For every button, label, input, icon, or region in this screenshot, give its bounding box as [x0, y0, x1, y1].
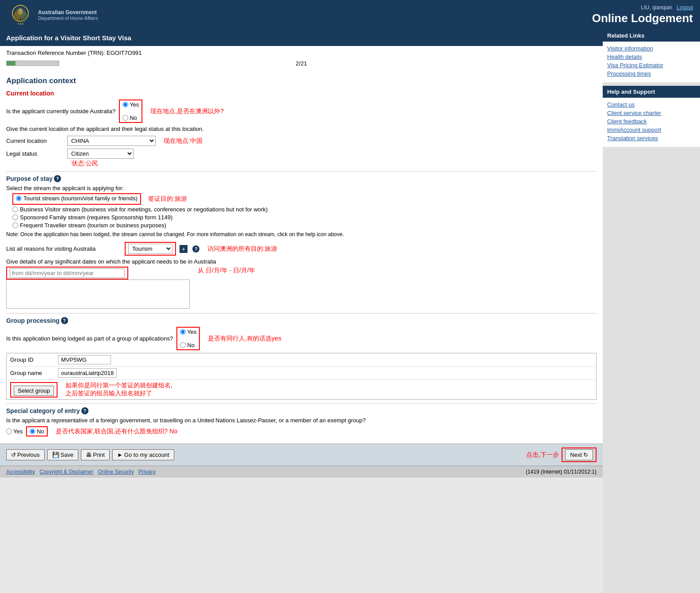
- business-option-row[interactable]: Business Visitor stream (business visit …: [12, 206, 597, 213]
- no-radio[interactable]: [122, 115, 128, 121]
- dates-input-box: [6, 267, 128, 279]
- yes-radio[interactable]: [122, 102, 128, 107]
- sidebar-item-visitor-info[interactable]: Visitor information: [607, 45, 696, 52]
- annotation-next: 点击,下一步: [526, 451, 559, 459]
- group-id-label: Group ID: [10, 356, 54, 363]
- group-id-value: MVP5WG: [58, 355, 111, 364]
- header-title: Online Lodgement: [592, 11, 693, 25]
- purpose-of-stay-section: Purpose of stay ? Select the stream the …: [6, 175, 597, 309]
- stream-question: Select the stream the applicant is apply…: [6, 185, 597, 191]
- page-wrapper: Application for a Visitor Short Stay Vis…: [0, 30, 700, 593]
- trn-section: Transaction Reference Number (TRN): EGOI…: [0, 46, 603, 70]
- dates-input[interactable]: [10, 268, 125, 278]
- sidebar-item-processing-times[interactable]: Processing times: [607, 70, 696, 77]
- special-no-option[interactable]: No: [30, 428, 44, 435]
- frequent-radio[interactable]: [12, 222, 18, 228]
- special-radio-row: Yes No 是否代表国家,联合国,还有什么豁免组织? No: [6, 426, 597, 436]
- add-reason-button[interactable]: +: [180, 245, 187, 253]
- reasons-help-icon[interactable]: ?: [192, 245, 199, 253]
- special-no-radio[interactable]: [30, 428, 35, 434]
- yes-option[interactable]: Yes: [122, 101, 139, 108]
- sidebar-item-immi-support[interactable]: ImmiAccount support: [607, 126, 696, 133]
- legal-status-select[interactable]: Citizen: [67, 149, 134, 159]
- footer-links: Accessibility Copyright & Disclaimer Onl…: [6, 469, 156, 475]
- business-radio[interactable]: [12, 207, 18, 212]
- special-help-icon[interactable]: ?: [81, 407, 88, 414]
- tourist-radio[interactable]: [16, 195, 22, 201]
- print-button[interactable]: 🖶 Print: [81, 449, 110, 460]
- stream-options: Tourist stream (tourism/visit family or …: [12, 193, 597, 229]
- annotation-dates: 从 日/月/年 - 日/月/年: [198, 267, 255, 275]
- tourism-select[interactable]: Tourism: [128, 244, 172, 254]
- bottom-nav: ↺ Previous 💾 Save 🖶 Print ► Go to my acc…: [0, 444, 603, 466]
- outside-australia-radio-group: Yes No: [119, 99, 142, 123]
- current-location-section: Current location Is the applicant curren…: [6, 90, 597, 168]
- special-yes-radio[interactable]: [6, 428, 12, 434]
- logo-image: ★★★: [7, 3, 34, 27]
- dates-box: [6, 267, 190, 309]
- legal-status-label: Legal status: [6, 150, 64, 157]
- group-yes-option[interactable]: Yes: [180, 329, 196, 335]
- annotation-group: 是否有同行人,有的话选yes: [208, 335, 281, 343]
- group-no-option[interactable]: No: [180, 342, 196, 348]
- purpose-help-icon[interactable]: ?: [54, 175, 61, 182]
- purpose-heading: Purpose of stay ?: [6, 175, 597, 182]
- previous-button[interactable]: ↺ Previous: [6, 449, 45, 460]
- visit-reasons-row: List all reasons for visiting Australia …: [6, 242, 597, 256]
- stream-note: Note: Once the application has been lodg…: [6, 231, 597, 237]
- group-name-label: Group name: [10, 370, 54, 376]
- annotation-china: 现在地点:中国: [164, 137, 203, 145]
- sponsored-radio[interactable]: [12, 214, 18, 220]
- sidebar-item-contact-us[interactable]: Contact us: [607, 101, 696, 108]
- app-bar: Application for a Visitor Short Stay Vis…: [0, 30, 603, 46]
- main-content: Application for a Visitor Short Stay Vis…: [0, 30, 603, 593]
- save-button[interactable]: 💾 Save: [47, 449, 79, 460]
- group-question: Is this application being lodged as part…: [6, 335, 173, 342]
- dates-textarea[interactable]: [6, 279, 190, 309]
- related-links-list: Visitor information Health details Visa …: [603, 42, 700, 82]
- no-option[interactable]: No: [122, 115, 139, 121]
- stream-tourist-row: Tourist stream (tourism/visit family or …: [12, 193, 597, 205]
- username: LIU, qianqian: [641, 4, 673, 11]
- privacy-link[interactable]: Privacy: [138, 469, 156, 475]
- frequent-option-row[interactable]: Frequent Traveller stream (tourism or bu…: [12, 222, 597, 229]
- copyright-link[interactable]: Copyright & Disclaimer: [39, 469, 93, 475]
- sidebar-item-visa-pricing[interactable]: Visa Pricing Estimator: [607, 62, 696, 69]
- group-heading: Group processing ?: [6, 317, 597, 324]
- next-section: 点击,下一步 Next ↻: [522, 448, 597, 462]
- sidebar-item-client-service[interactable]: Client service charter: [607, 110, 696, 116]
- annotation-special: 是否代表国家,联合国,还有什么豁免组织? No: [56, 428, 177, 436]
- arrow-icon: ►: [117, 451, 123, 458]
- goto-account-button[interactable]: ► Go to my account: [112, 449, 174, 460]
- progress-bar-outer: [6, 61, 59, 66]
- logout-link[interactable]: Logout: [677, 4, 693, 11]
- header-logo: ★★★ Australian Government Department of …: [7, 3, 98, 27]
- header-logo-text: Australian Government Department of Home…: [38, 9, 98, 21]
- next-button[interactable]: Next ↻: [565, 449, 593, 460]
- online-security-link[interactable]: Online Security: [98, 469, 134, 475]
- annotation-stream: 签证目的:旅游: [148, 195, 187, 203]
- sidebar-item-translation[interactable]: Translation services: [607, 135, 696, 142]
- sidebar-item-health-details[interactable]: Health details: [607, 54, 696, 60]
- select-group-box: Select group: [10, 382, 57, 398]
- select-group-button[interactable]: Select group: [14, 386, 54, 396]
- outside-australia-row: Is the applicant currently outside Austr…: [6, 99, 597, 123]
- dates-row: 从 日/月/年 - 日/月/年: [6, 267, 597, 309]
- annotation-select-group: 如果你是同行第一个签证的就创建组名, 之后签证的组员输入组名就好了: [65, 382, 172, 398]
- group-yes-radio[interactable]: [180, 329, 186, 335]
- svg-text:★★★: ★★★: [17, 23, 24, 25]
- footer-version: (1419 (Internet) 01/11/2012:1): [526, 469, 597, 475]
- special-question: Is the applicant a representative of a f…: [6, 417, 597, 424]
- special-yes-option[interactable]: Yes: [6, 428, 23, 435]
- group-no-radio[interactable]: [180, 342, 186, 348]
- tourist-option[interactable]: Tourist stream (tourism/visit family or …: [16, 195, 138, 202]
- location-select[interactable]: CHINA: [67, 136, 156, 146]
- group-processing-section: Group processing ? Is this application b…: [6, 317, 597, 400]
- group-help-icon[interactable]: ?: [61, 317, 68, 324]
- content-area: Application context Current location Is …: [0, 70, 603, 444]
- give-location-text: Give the current location of the applica…: [6, 126, 597, 132]
- accessibility-link[interactable]: Accessibility: [6, 469, 35, 475]
- sponsored-option-row[interactable]: Sponsored Family stream (requires Sponso…: [12, 214, 597, 221]
- group-name-row: Group name ouraustraLiatrip2018: [7, 367, 596, 380]
- sidebar-item-client-feedback[interactable]: Client feedback: [607, 118, 696, 125]
